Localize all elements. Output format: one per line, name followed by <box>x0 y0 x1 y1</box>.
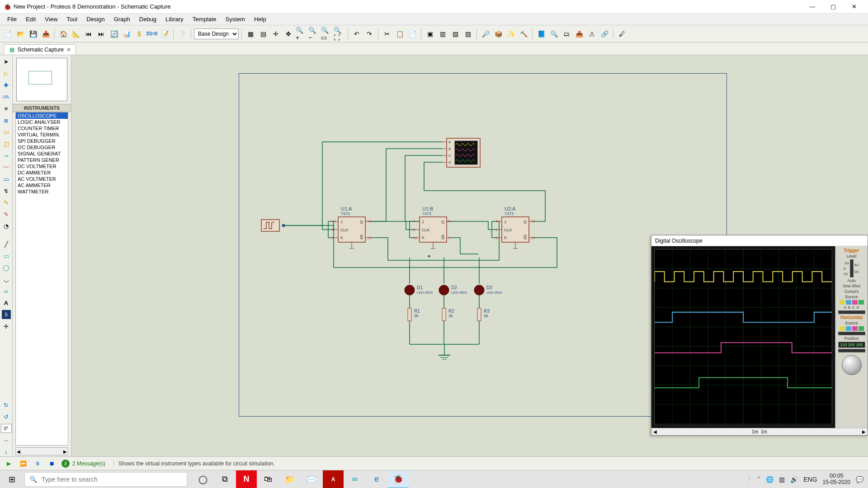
text2d-icon[interactable]: A <box>2 298 11 307</box>
circle2d-icon[interactable]: ◯ <box>2 263 11 272</box>
drc-icon[interactable]: D1=0 <box>146 28 158 40</box>
cursors-label[interactable]: Cursors <box>844 289 859 294</box>
junction-icon[interactable]: ✚ <box>2 80 11 89</box>
textscript-icon[interactable]: ≡ <box>2 104 11 113</box>
menu-library[interactable]: Library <box>161 14 188 24</box>
block-delete-icon[interactable]: ▨ <box>462 28 474 40</box>
redo-icon[interactable]: ↷ <box>363 28 375 40</box>
instrument-virtual-termin-[interactable]: VIRTUAL TERMIN. <box>16 131 68 138</box>
menu-debug[interactable]: Debug <box>135 14 161 24</box>
instrument-spi-debugger[interactable]: SPI DEBUGGER <box>16 138 68 144</box>
auto-label[interactable]: Auto <box>847 278 856 283</box>
explorer-icon[interactable]: 📁 <box>279 470 300 488</box>
source-buttons[interactable] <box>840 300 864 305</box>
box2d-icon[interactable]: ▭ <box>2 251 11 260</box>
mail-icon[interactable]: ✉️ <box>301 470 322 488</box>
instrument-wattmeter[interactable]: WATTMETER <box>16 188 68 195</box>
volume-icon[interactable]: 🔊 <box>790 476 798 483</box>
instrument-logic-analyser[interactable]: LOGIC ANALYSER <box>16 119 68 125</box>
source-slider[interactable] <box>838 310 865 314</box>
line2d-icon[interactable]: ╱ <box>2 239 11 249</box>
devicepin-icon[interactable]: ⊸ <box>2 151 11 160</box>
export-icon[interactable]: 📤 <box>573 28 585 40</box>
probe-i-icon[interactable]: ✎ <box>2 210 11 219</box>
timebase-knob[interactable] <box>842 355 862 375</box>
open-file-icon[interactable]: 📂 <box>14 28 26 40</box>
edge-icon[interactable]: e <box>366 470 387 488</box>
menu-tool[interactable]: Tool <box>62 14 82 24</box>
help-tray-icon[interactable]: ❔ <box>744 476 752 483</box>
menu-template[interactable]: Template <box>188 14 221 24</box>
overview-thumbnail[interactable] <box>16 58 67 101</box>
hammer-icon[interactable]: 🔨 <box>518 28 529 40</box>
position-slider[interactable] <box>838 349 865 352</box>
start-button[interactable]: ⊞ <box>1 470 23 488</box>
acrobat-icon[interactable]: A <box>323 470 344 488</box>
instrument-ac-voltmeter[interactable]: AC VOLTMETER <box>16 176 68 182</box>
generator-icon[interactable]: ↯ <box>2 186 11 195</box>
menu-graph[interactable]: Graph <box>109 14 135 24</box>
panel-hscrollbar[interactable]: ◀▶ <box>15 447 68 455</box>
tab-close-icon[interactable]: ✕ <box>66 47 71 53</box>
schematic-canvas[interactable]: U1:A7473JCLKKQQ̅14131213U1:B7473JCLKKQQ̅… <box>71 55 868 456</box>
help-icon[interactable]: ❔ <box>176 28 188 40</box>
stop-button[interactable]: ⏹ <box>47 459 57 469</box>
battery-icon[interactable]: ▥ <box>779 476 785 483</box>
origin-icon[interactable]: ✛ <box>270 28 282 40</box>
cut-icon[interactable]: ✂ <box>381 28 393 40</box>
trigger-level-slider[interactable] <box>850 259 854 277</box>
wand-icon[interactable]: ✨ <box>505 28 517 40</box>
instruments-list[interactable]: OSCILLOSCOPELOGIC ANALYSERCOUNTER TIMERV… <box>15 112 68 446</box>
goto-next-icon[interactable]: ⏭ <box>95 28 107 40</box>
terminal-icon[interactable]: ◫ <box>2 139 11 148</box>
selection-mode-icon[interactable]: ➤ <box>2 57 11 66</box>
step-button[interactable]: ⏩ <box>18 459 28 469</box>
network-icon[interactable]: 🌐 <box>766 476 774 483</box>
bus-icon[interactable]: ≣ <box>2 116 11 125</box>
copy-icon[interactable]: 📋 <box>394 28 406 40</box>
marker-icon[interactable]: ✛ <box>2 322 11 331</box>
oscilloscope-screen[interactable] <box>654 249 832 425</box>
bom-icon[interactable]: 📊 <box>121 28 132 40</box>
pen-icon[interactable]: 🖊 <box>616 28 628 40</box>
instrument-dc-ammeter[interactable]: DC AMMETER <box>16 169 68 176</box>
oscilloscope-window[interactable]: Digital Oscilloscope Trigger Level -10 0… <box>651 235 868 436</box>
maximize-button[interactable]: ▢ <box>823 0 844 14</box>
pan-icon[interactable]: ✥ <box>283 28 294 40</box>
path2d-icon[interactable]: ∞ <box>2 286 11 296</box>
netlist-icon[interactable]: 🗂 <box>561 28 572 40</box>
home-icon[interactable]: 🏠 <box>57 28 69 40</box>
hsource-slider[interactable] <box>838 332 865 335</box>
instrument-signal-generat[interactable]: SIGNAL GENERAT <box>16 150 68 157</box>
mirror-h-icon[interactable]: ↔ <box>2 436 11 445</box>
hsource-buttons[interactable] <box>840 326 864 331</box>
subcircuit-icon[interactable]: ▭ <box>2 127 11 136</box>
paste-icon[interactable]: 📄 <box>406 28 418 40</box>
arduino-icon[interactable]: ∞ <box>344 470 365 488</box>
netflix-icon[interactable]: N <box>236 470 257 488</box>
menu-help[interactable]: Help <box>250 14 271 24</box>
mirror-v-icon[interactable]: ↕ <box>2 447 11 456</box>
search-part-icon[interactable]: 🔍 <box>548 28 560 40</box>
schematic-icon[interactable]: 📐 <box>70 28 82 40</box>
xref-icon[interactable]: 🔗 <box>599 28 610 40</box>
refresh-icon[interactable]: 🔄 <box>108 28 120 40</box>
erc-icon[interactable]: ⚠ <box>586 28 598 40</box>
clock[interactable]: 00:05 15-05-2020 <box>823 473 850 486</box>
instrument-icon[interactable]: ◔ <box>2 221 11 230</box>
undo-icon[interactable]: ↶ <box>351 28 363 40</box>
language-indicator[interactable]: ENG <box>803 476 817 483</box>
rotation-angle-field[interactable]: 0° <box>1 424 12 433</box>
minimize-button[interactable]: — <box>802 0 823 14</box>
zoom-in-icon[interactable]: 🔍+ <box>295 28 307 40</box>
import-icon[interactable]: 📥 <box>40 28 52 40</box>
tab-schematic-capture[interactable]: ▦ Schematic Capture ✕ <box>4 44 76 55</box>
report-icon[interactable]: 📘 <box>535 28 547 40</box>
new-file-icon[interactable]: 📄 <box>2 28 14 40</box>
cost-icon[interactable]: $ <box>133 28 145 40</box>
block-copy-icon[interactable]: ▣ <box>424 28 436 40</box>
wirelabel-icon[interactable]: LBL <box>2 92 11 101</box>
store-icon[interactable]: 🛍 <box>258 470 278 488</box>
taskbar-search[interactable]: 🔍 Type here to search <box>24 472 187 487</box>
zoom-fit-icon[interactable]: 🔍⛶ <box>333 28 345 40</box>
